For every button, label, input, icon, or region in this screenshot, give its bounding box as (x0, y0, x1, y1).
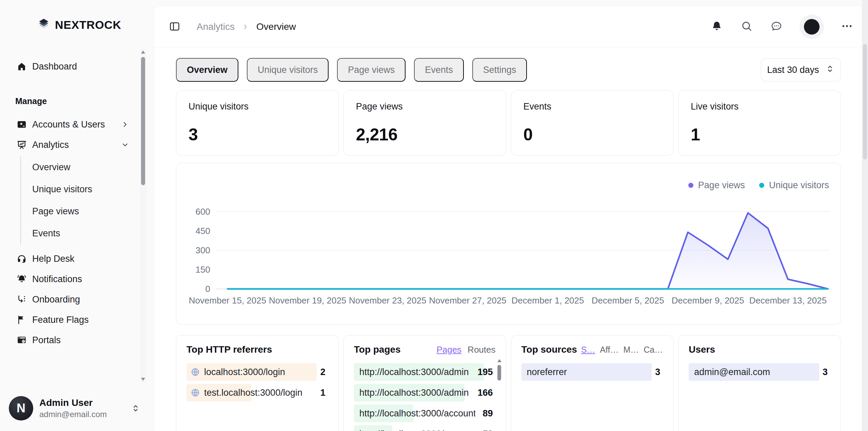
stat-label: Live visitors (691, 101, 828, 112)
sidebar-item-notifications[interactable]: Notifications (5, 269, 138, 289)
feedback-button[interactable] (770, 20, 783, 34)
svg-text:600: 600 (196, 207, 210, 217)
tab-page-views[interactable]: Page views (337, 58, 406, 82)
tab-settings[interactable]: Settings (472, 58, 527, 82)
tab-overview[interactable]: Overview (176, 58, 238, 82)
sidebar-item-label: Analytics (32, 140, 69, 150)
brand-name: NEXTROCK (55, 18, 121, 32)
svg-text:150: 150 (196, 265, 210, 275)
svg-text:450: 450 (196, 226, 210, 236)
user-name: Admin User (39, 397, 107, 408)
sidebar-section-label: Manage (5, 96, 138, 106)
sidebar-item-onboarding[interactable]: Onboarding (5, 289, 138, 310)
page-scrollbar-thumb[interactable] (863, 44, 867, 159)
search-button[interactable] (740, 20, 753, 34)
more-options-button[interactable] (840, 20, 854, 34)
flag-icon (17, 315, 27, 325)
panel-title: Users (689, 344, 715, 355)
sources-filter-ca[interactable]: Ca… (644, 345, 663, 355)
bell-icon (711, 20, 723, 34)
sidebar-subitem-overview[interactable]: Overview (32, 156, 138, 178)
sources-filter-s[interactable]: S… (581, 345, 595, 355)
analytics-overview-page: NEXTROCK DashboardManageAccounts & Users… (0, 0, 868, 431)
list-item: admin@email.com3 (689, 363, 830, 381)
row-count: 1 (320, 388, 326, 398)
scroll-up-arrow-icon[interactable] (141, 51, 145, 54)
user-rows: admin@email.com3 (689, 363, 830, 381)
stat-card-unique-visitors: Unique visitors3 (176, 90, 339, 156)
panel-left-icon (169, 21, 180, 34)
svg-text:December 1, 2025: December 1, 2025 (512, 295, 584, 306)
pages-view-routes[interactable]: Routes (468, 345, 495, 355)
svg-text:November 15, 2025: November 15, 2025 (189, 295, 266, 306)
stat-value: 3 (189, 125, 326, 144)
home-icon (17, 61, 27, 72)
sidebar-item-accounts-users[interactable]: Accounts & Users (5, 114, 138, 135)
pages-scrollbar-thumb[interactable] (497, 365, 501, 380)
row-label: http://localhost:3000/admin (359, 388, 475, 398)
panel-title: Top HTTP referrers (186, 344, 272, 355)
breadcrumb-section[interactable]: Analytics (197, 21, 235, 32)
legend-item-unique-visitors[interactable]: Unique visitors (759, 180, 829, 191)
panel-header: Users (689, 344, 830, 359)
sidebar-item-label: Help Desk (32, 254, 75, 264)
sidebar-item-label: Accounts & Users (32, 119, 105, 130)
svg-text:December 13, 2025: December 13, 2025 (749, 295, 827, 306)
tab-events[interactable]: Events (414, 58, 464, 82)
pages-view-pages[interactable]: Pages (436, 345, 461, 355)
stat-label: Page views (356, 101, 494, 112)
sidebar-subitem-events[interactable]: Events (32, 222, 138, 244)
top-sources-panel: Top sources S…Aff…M…Ca… noreferrer3 (511, 335, 674, 431)
sidebar-item-label: Onboarding (32, 294, 80, 305)
sidebar-item-label: Portals (32, 335, 61, 346)
sidebar-toggle-button[interactable] (168, 20, 181, 34)
row-label: test.localhost:3000/login (204, 388, 308, 398)
panel-header: Top sources S…Aff…M…Ca… (521, 344, 663, 359)
scroll-down-arrow-icon[interactable] (141, 378, 145, 381)
sidebar-user-menu[interactable]: N Admin User admin@email.com (9, 393, 140, 424)
sources-filter-m[interactable]: M… (623, 345, 639, 355)
row-count: 195 (477, 367, 493, 377)
chart-legend: Page viewsUnique visitors (688, 180, 829, 191)
stat-card-page-views: Page views2,216 (343, 90, 506, 156)
date-range-value: Last 30 days (767, 65, 819, 75)
panel-header: Top pages PagesRoutes (354, 344, 496, 359)
source-rows: noreferrer3 (521, 363, 663, 381)
page-scrollbar[interactable] (862, 0, 868, 431)
sidebar-item-portals[interactable]: Portals (5, 330, 138, 350)
legend-item-page-views[interactable]: Page views (688, 180, 745, 191)
sidebar-item-feature-flags[interactable]: Feature Flags (5, 310, 138, 330)
legend-dot (688, 183, 693, 188)
row-label: http://localhost:3000/admin (359, 367, 475, 377)
sidebar-item-help-desk[interactable]: Help Desk (5, 249, 138, 269)
row-count: 89 (482, 408, 493, 419)
list-item: noreferrer3 (521, 363, 663, 381)
date-range-select[interactable]: Last 30 days (761, 58, 841, 81)
sidebar-subitem-page-views[interactable]: Page views (32, 200, 138, 222)
main-content: Analytics Overview OverviewUnique visito… (154, 6, 862, 431)
pages-list-scrollbar[interactable] (497, 359, 502, 400)
tab-unique-visitors[interactable]: Unique visitors (247, 58, 329, 82)
brand-logo[interactable]: NEXTROCK (37, 17, 121, 33)
sources-filter-aff[interactable]: Aff… (600, 345, 618, 355)
workflow-icon (17, 294, 27, 305)
avatar (804, 19, 820, 35)
account-avatar-button[interactable] (800, 15, 824, 39)
user-meta: Admin User admin@email.com (39, 397, 107, 419)
scroll-up-arrow-icon[interactable] (497, 359, 501, 362)
row-label: localhost:3000/login (204, 367, 308, 377)
stat-value: 0 (524, 125, 661, 144)
row-count: 3 (823, 367, 828, 377)
top-pages-panel: Top pages PagesRoutes http://localhost:3… (343, 335, 506, 431)
sidebar-subitem-unique-visitors[interactable]: Unique visitors (32, 178, 138, 200)
sidebar-item-dashboard[interactable]: Dashboard (5, 56, 138, 77)
notifications-button[interactable] (710, 20, 724, 34)
sidebar-scrollbar[interactable] (140, 48, 146, 383)
sidebar-item-label: Notifications (32, 274, 82, 285)
list-item: localhost:3000/login2 (186, 363, 328, 381)
list-item: test.localhost:3000/login1 (186, 384, 328, 401)
sidebar-item-label: Feature Flags (32, 315, 89, 325)
sidebar-scrollbar-thumb[interactable] (141, 57, 145, 185)
sidebar-item-analytics[interactable]: Analytics (5, 135, 138, 155)
globe-icon (191, 388, 200, 397)
